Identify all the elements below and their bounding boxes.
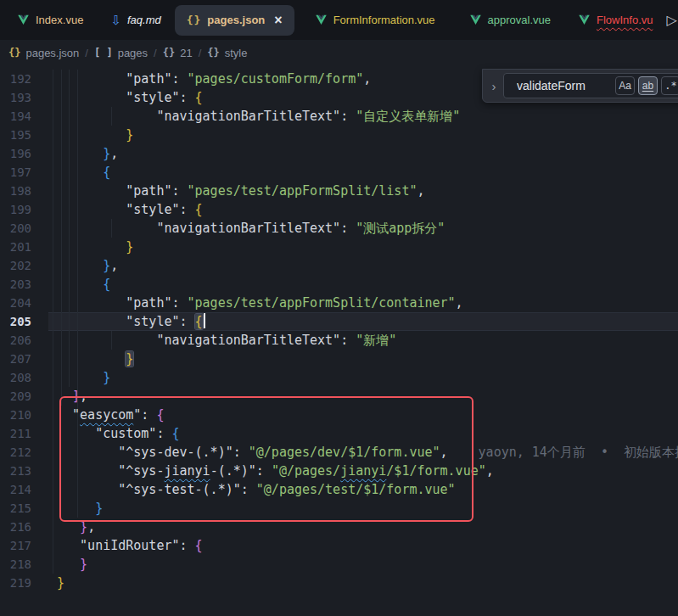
line-number[interactable]: 192 <box>0 70 39 88</box>
code-token: easycom <box>80 407 133 423</box>
code-text: "path": "pages/test/appFormSplit/list", <box>57 182 425 200</box>
line-number[interactable]: 193 <box>0 88 39 107</box>
code-line[interactable]: 202 }, <box>0 256 678 275</box>
run-icon[interactable]: ▷ <box>667 12 678 28</box>
code-line[interactable]: 198 "path": "pages/test/appFormSplit/lis… <box>0 182 678 200</box>
breadcrumb-item-style[interactable]: {}style <box>207 47 247 59</box>
line-number[interactable]: 195 <box>0 126 39 144</box>
indent-whitespace <box>57 314 126 329</box>
code-lines: 192 "path": "pages/customForm/form",193 … <box>0 65 678 592</box>
indent-whitespace <box>57 90 126 105</box>
breadcrumb-item-21[interactable]: {}21 <box>163 47 193 59</box>
code-line[interactable]: 199 "style": { <box>0 200 678 219</box>
regex-button[interactable]: .* <box>661 76 678 95</box>
code-line[interactable]: 208 } <box>0 368 678 387</box>
line-number[interactable]: 207 <box>0 350 39 368</box>
tab-faq-md[interactable]: ⇩faq.md <box>97 5 174 36</box>
line-number[interactable]: 198 <box>0 182 39 200</box>
line-number[interactable]: 200 <box>0 219 39 238</box>
code-line[interactable]: 214 "^sys-test-(.*)": "@/pages/test/$1/f… <box>0 480 678 499</box>
line-number[interactable]: 202 <box>0 256 39 275</box>
close-tab-icon[interactable]: × <box>274 14 282 27</box>
indent-whitespace <box>57 127 126 143</box>
code-token: jianyi <box>164 463 210 479</box>
code-token: jianyi <box>340 463 386 479</box>
code-text: "custom": { <box>57 424 180 443</box>
line-number[interactable]: 204 <box>0 294 39 312</box>
indent-whitespace <box>57 407 72 423</box>
breadcrumb-item-pages-json[interactable]: {}pages.json <box>8 47 79 59</box>
line-number[interactable]: 203 <box>0 275 39 294</box>
code-line[interactable]: 212 "^sys-dev-(.*)": "@/pages/dev/$1/for… <box>0 443 678 462</box>
code-line[interactable]: 218 } <box>0 555 678 574</box>
code-line[interactable]: 210 "easycom": { <box>0 406 678 424</box>
code-line[interactable]: 204 "path": "pages/test/appFormSplit/con… <box>0 294 678 312</box>
tab-label: FormInformation.vue <box>333 14 435 26</box>
line-number[interactable]: 208 <box>0 368 39 387</box>
line-number[interactable]: 210 <box>0 406 39 424</box>
line-number[interactable]: 197 <box>0 163 39 182</box>
line-number[interactable]: 211 <box>0 424 39 443</box>
line-number[interactable]: 218 <box>0 555 39 574</box>
breadcrumb-label: pages.json <box>25 47 79 59</box>
tab-pages-json[interactable]: {}pages.json× <box>175 5 294 36</box>
code-token: "pages/test/appFormSplit/list" <box>188 183 417 199</box>
code-line[interactable]: 196 }, <box>0 144 678 163</box>
line-number[interactable]: 214 <box>0 480 39 499</box>
line-number[interactable]: 209 <box>0 387 39 406</box>
line-number[interactable]: 217 <box>0 536 39 555</box>
code-line[interactable]: 219} <box>0 574 678 592</box>
code-line[interactable]: 216 }, <box>0 518 678 536</box>
code-line[interactable]: 217 "uniIdRouter": { <box>0 536 678 555</box>
line-number[interactable]: 194 <box>0 107 39 126</box>
tab-forminformation-vue[interactable]: FormInformation.vue <box>294 5 456 36</box>
indent-whitespace <box>57 202 126 217</box>
code-text: "navigationBarTitleText": "测试app拆分" <box>57 219 445 238</box>
code-line[interactable]: 207 } <box>0 350 678 368</box>
match-case-button[interactable]: Aa <box>615 76 635 95</box>
tab-flowinfo-vu[interactable]: FlowInfo.vu <box>564 5 666 36</box>
indent-whitespace <box>57 165 103 180</box>
code-token: } <box>103 258 110 273</box>
code-text: { <box>57 163 110 182</box>
code-line[interactable]: 203 { <box>0 275 678 294</box>
code-line[interactable]: 194 "navigationBarTitleText": "自定义表单新增" <box>0 107 678 126</box>
code-token: "pages/customForm/form" <box>188 71 364 87</box>
code-line[interactable]: 195 } <box>0 126 678 144</box>
code-line[interactable]: 209 ], <box>0 387 678 406</box>
code-line[interactable]: 205 "style": { <box>0 312 678 331</box>
code-line[interactable]: 213 "^sys-jianyi-(.*)": "@/pages/jianyi/… <box>0 462 678 480</box>
line-number[interactable]: 213 <box>0 462 39 480</box>
line-number[interactable]: 212 <box>0 443 39 462</box>
line-number[interactable]: 206 <box>0 331 39 350</box>
line-number[interactable]: 219 <box>0 574 39 592</box>
line-number[interactable]: 216 <box>0 518 39 536</box>
code-line[interactable]: 200 "navigationBarTitleText": "测试app拆分" <box>0 219 678 238</box>
line-number[interactable]: 196 <box>0 144 39 163</box>
line-number[interactable]: 205 <box>0 312 39 331</box>
code-line[interactable]: 197 { <box>0 163 678 182</box>
code-token: , <box>110 258 118 273</box>
breadcrumb-item-pages[interactable]: [ ]pages <box>94 47 148 59</box>
code-token: "@/pages/test/$1/form.vue" <box>256 482 456 497</box>
vue-icon <box>315 14 328 26</box>
code-line[interactable]: 211 "custom": { <box>0 424 678 443</box>
whole-word-button[interactable]: ab <box>638 76 658 95</box>
code-line[interactable]: 201 } <box>0 238 678 256</box>
line-number[interactable]: 201 <box>0 238 39 256</box>
tab-index-vue[interactable]: Index.vue <box>3 5 97 36</box>
tab-approval-vue[interactable]: approval.vue <box>456 5 564 36</box>
code-text: }, <box>57 518 95 536</box>
line-number[interactable]: 199 <box>0 200 39 219</box>
code-text: "style": { <box>57 200 203 219</box>
code-text: }, <box>57 144 118 163</box>
object-symbol-icon: {} <box>163 47 175 59</box>
toggle-replace-button[interactable]: › <box>487 79 501 93</box>
line-number[interactable]: 215 <box>0 499 39 518</box>
indent-whitespace <box>57 557 80 572</box>
code-line[interactable]: 215 } <box>0 499 678 518</box>
code-text: } <box>57 499 103 518</box>
code-token: , <box>456 295 463 311</box>
code-line[interactable]: 206 "navigationBarTitleText": "新增" <box>0 331 678 350</box>
code-token: , <box>486 463 494 479</box>
